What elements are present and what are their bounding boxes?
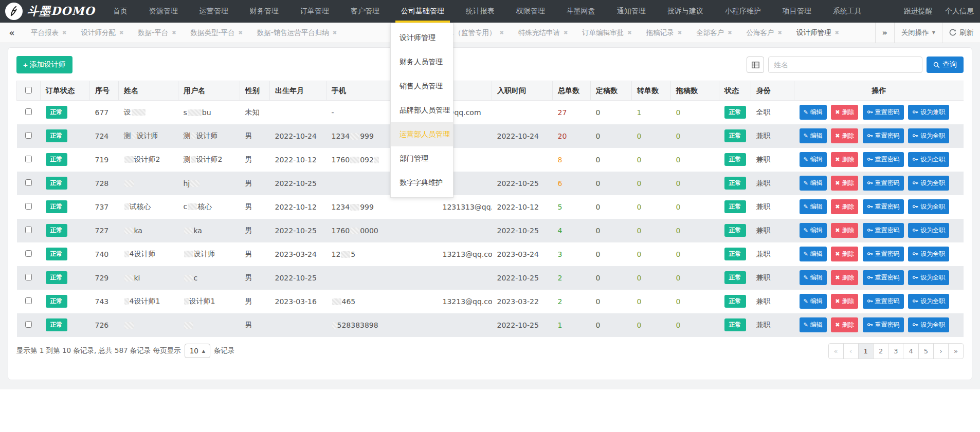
reset-password-button[interactable]: 重置密码: [863, 176, 904, 191]
brand[interactable]: 斗墨DOMO: [5, 0, 95, 23]
reset-password-button[interactable]: 重置密码: [863, 223, 904, 238]
tabs-scroll-right[interactable]: »: [875, 23, 894, 43]
pager-prev[interactable]: ‹: [843, 343, 859, 359]
tab-close-icon[interactable]: ✖: [778, 30, 782, 35]
dropdown-item-finance-staff-management[interactable]: 财务人员管理: [391, 50, 453, 74]
row-checkbox[interactable]: [25, 321, 32, 328]
set-role-button[interactable]: 设为全职: [908, 247, 949, 261]
search-button[interactable]: 查询: [927, 57, 964, 73]
nav-item-company-base-management[interactable]: 公司基础管理: [390, 0, 455, 23]
nav-item-miniprogram-maintenance[interactable]: 小程序维护: [714, 0, 772, 23]
tab-close-icon[interactable]: ✖: [728, 30, 732, 35]
dropdown-item-brand-dept-staff-management[interactable]: 品牌部人员管理: [391, 98, 453, 122]
tab-close-icon[interactable]: ✖: [62, 30, 66, 35]
nav-item-doumo-netdisk[interactable]: 斗墨网盘: [556, 0, 606, 23]
row-checkbox[interactable]: [25, 203, 32, 210]
reset-password-button[interactable]: 重置密码: [863, 247, 904, 261]
add-designer-button[interactable]: +添加设计师: [16, 56, 72, 73]
set-role-button[interactable]: 设为全职: [908, 152, 949, 167]
edit-button[interactable]: ✎编辑: [800, 294, 827, 309]
reset-password-button[interactable]: 重置密码: [863, 317, 904, 332]
edit-button[interactable]: ✎编辑: [800, 128, 827, 143]
dropdown-item-sales-staff-management[interactable]: 销售人员管理: [391, 74, 453, 98]
tab-platform-report[interactable]: 平台报表✖: [24, 23, 74, 43]
tab-public-sea-customers[interactable]: 公海客户✖: [739, 23, 789, 43]
tab-delay-records[interactable]: 拖稿记录✖: [639, 23, 689, 43]
nav-item-order-management[interactable]: 订单管理: [289, 0, 340, 23]
edit-button[interactable]: ✎编辑: [800, 152, 827, 167]
edit-button[interactable]: ✎编辑: [800, 317, 827, 332]
set-role-button[interactable]: 设为全职: [908, 270, 949, 285]
delete-button[interactable]: ✖删除: [831, 128, 858, 143]
delete-button[interactable]: ✖删除: [831, 270, 858, 285]
edit-button[interactable]: ✎编辑: [800, 105, 827, 120]
pager-first[interactable]: «: [828, 343, 844, 359]
nav-item-customer-management[interactable]: 客户管理: [340, 0, 390, 23]
nav-item-system-tools[interactable]: 系统工具: [822, 0, 873, 23]
nav-item-personal-info[interactable]: 个人信息: [940, 7, 979, 16]
pager-last[interactable]: »: [948, 343, 964, 359]
reset-password-button[interactable]: 重置密码: [863, 270, 904, 285]
row-checkbox[interactable]: [25, 179, 32, 186]
edit-button[interactable]: ✎编辑: [800, 247, 827, 261]
delete-button[interactable]: ✖删除: [831, 247, 858, 261]
tab-close-icon[interactable]: ✖: [500, 30, 504, 35]
set-role-button[interactable]: 设为全职: [908, 128, 949, 143]
set-role-button[interactable]: 设为全职: [908, 317, 949, 332]
pager-1[interactable]: 1: [858, 343, 874, 359]
select-all-checkbox[interactable]: [25, 87, 32, 93]
tab-close-icon[interactable]: ✖: [627, 30, 631, 35]
pager-4[interactable]: 4: [903, 343, 918, 359]
delete-button[interactable]: ✖删除: [831, 294, 858, 309]
edit-button[interactable]: ✎编辑: [800, 223, 827, 238]
delete-button[interactable]: ✖删除: [831, 223, 858, 238]
row-checkbox[interactable]: [25, 250, 32, 257]
set-role-button[interactable]: 设为全职: [908, 176, 949, 191]
tab-close-icon[interactable]: ✖: [119, 30, 123, 35]
reset-password-button[interactable]: 重置密码: [863, 152, 904, 167]
reset-password-button[interactable]: 重置密码: [863, 294, 904, 309]
tab-close-icon[interactable]: ✖: [564, 30, 568, 35]
nav-item-project-management[interactable]: 项目管理: [772, 0, 822, 23]
row-checkbox[interactable]: [25, 297, 32, 304]
delete-button[interactable]: ✖删除: [831, 317, 858, 332]
dropdown-item-operations-dept-staff-management[interactable]: 运营部人员管理: [391, 122, 453, 146]
set-role-button[interactable]: 设为全职: [908, 294, 949, 309]
set-role-button[interactable]: 设为全职: [908, 223, 949, 238]
reset-password-button[interactable]: 重置密码: [863, 128, 904, 143]
dropdown-item-designer-management[interactable]: 设计师管理: [391, 26, 453, 50]
tab-close-icon[interactable]: ✖: [834, 30, 839, 35]
reset-password-button[interactable]: 重置密码: [863, 105, 904, 120]
row-checkbox[interactable]: [25, 132, 32, 139]
close-operations-menu[interactable]: 关闭操作 ▼: [894, 23, 942, 43]
nav-item-operation-management[interactable]: 运营管理: [189, 0, 239, 23]
edit-button[interactable]: ✎编辑: [800, 270, 827, 285]
edit-button[interactable]: ✎编辑: [800, 176, 827, 191]
tab-order-edit-approval[interactable]: 订单编辑审批✖: [575, 23, 639, 43]
tab-close-icon[interactable]: ✖: [333, 30, 337, 35]
nav-item-finance-management[interactable]: 财务管理: [239, 0, 289, 23]
pager-next[interactable]: ›: [933, 343, 949, 359]
nav-item-follow-up-reminder[interactable]: 跟进提醒: [899, 7, 938, 16]
pager-5[interactable]: 5: [918, 343, 934, 359]
nav-item-complaints-suggestions[interactable]: 投诉与建议: [657, 0, 714, 23]
tab-designer-assign[interactable]: 设计师分配✖: [74, 23, 131, 43]
tab-close-icon[interactable]: ✖: [678, 30, 682, 35]
pager-2[interactable]: 2: [873, 343, 888, 359]
delete-button[interactable]: ✖删除: [831, 152, 858, 167]
tab-data-sales-ops-platform[interactable]: 数据-销售运营平台归纳✖: [250, 23, 344, 43]
tab-all-customers[interactable]: 全部客户✖: [689, 23, 739, 43]
tab-close-icon[interactable]: ✖: [172, 30, 176, 35]
dropdown-item-dept-management[interactable]: 部门管理: [391, 146, 453, 171]
row-checkbox[interactable]: [25, 227, 32, 233]
row-checkbox[interactable]: [25, 274, 32, 280]
toggle-columns-button[interactable]: [747, 57, 764, 73]
row-checkbox[interactable]: [25, 108, 32, 115]
pager-3[interactable]: 3: [888, 343, 903, 359]
page-size-select[interactable]: 10 ▲: [185, 344, 210, 358]
reset-password-button[interactable]: 重置密码: [863, 199, 904, 214]
nav-item-resource-management[interactable]: 资源管理: [138, 0, 189, 23]
row-checkbox[interactable]: [25, 156, 32, 162]
edit-button[interactable]: ✎编辑: [800, 199, 827, 214]
search-input[interactable]: [768, 57, 922, 73]
